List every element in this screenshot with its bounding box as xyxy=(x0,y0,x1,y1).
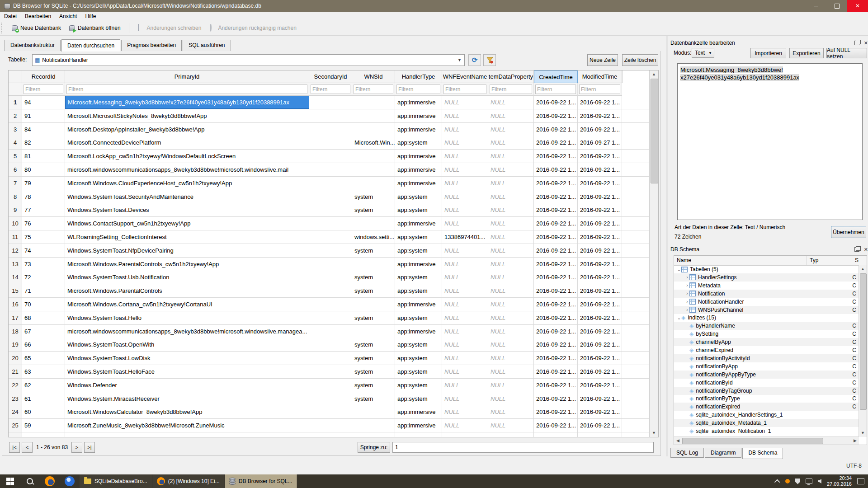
cell[interactable]: 13386974401... xyxy=(442,230,488,244)
cell[interactable]: NULL xyxy=(442,203,488,216)
cell[interactable]: Windows.SystemToast.Hello xyxy=(65,311,309,324)
cell[interactable]: app:immersive xyxy=(395,298,442,311)
schema-tree-item[interactable]: ◈channelByAppC xyxy=(674,338,859,346)
schema-tree-item[interactable]: ›NotificationHandlerC xyxy=(674,298,859,306)
cell[interactable]: Microsoft.WindowsCalculator_8wekyb3d8bbw… xyxy=(65,405,309,418)
cell[interactable] xyxy=(309,338,352,351)
schema-tree-item[interactable]: ›HandlerSettingsC xyxy=(674,273,859,282)
new-database-button[interactable]: + Neue Datenbank xyxy=(7,23,65,33)
cell[interactable]: Windows.SystemToast.OpenWith xyxy=(65,338,309,351)
cell[interactable]: app:immersive xyxy=(395,432,442,437)
cell-value-editor[interactable]: Microsoft.Messaging_8wekyb3d8bbwe! x27e2… xyxy=(677,63,863,220)
scroll-thumb[interactable] xyxy=(651,79,658,183)
cell[interactable] xyxy=(309,244,352,257)
cell[interactable]: Microsoft.LockApp_cw5n1h2txyewy!WindowsD… xyxy=(65,150,309,163)
cell[interactable]: 2016-09-22 1... xyxy=(578,271,622,284)
cell[interactable]: Windows.System.MiracastReceiver xyxy=(65,392,309,405)
cell[interactable]: 2016-09-22 1... xyxy=(534,379,578,392)
cell[interactable]: 71 xyxy=(22,284,65,297)
tray-notification-dot-icon[interactable] xyxy=(785,479,790,483)
cell[interactable]: app:system xyxy=(395,244,442,257)
cell[interactable]: 2016-09-22 1... xyxy=(534,271,578,284)
cell[interactable]: NULL xyxy=(488,258,534,271)
cell[interactable]: 2016-09-22 1... xyxy=(534,203,578,216)
row-header[interactable]: 7 xyxy=(9,177,22,190)
cell[interactable]: NULL xyxy=(488,190,534,203)
dock-close-icon[interactable]: ✕ xyxy=(864,247,868,253)
row-header[interactable]: 19 xyxy=(9,338,22,351)
row-header[interactable]: 2 xyxy=(9,109,22,122)
schema-tree-item[interactable]: ›WNSPushChannelC xyxy=(674,306,859,314)
cell[interactable]: 2016-09-22 1... xyxy=(578,352,622,365)
cell[interactable]: NULL xyxy=(488,163,534,176)
cell[interactable]: 2016-09-22 1... xyxy=(534,150,578,163)
row-header[interactable]: 10 xyxy=(9,217,22,230)
table-select[interactable]: ▦ NotificationHandler ▼ xyxy=(32,54,465,66)
cell[interactable]: Microsoft.Windows.ParentalControls xyxy=(65,284,309,297)
cell[interactable] xyxy=(309,379,352,392)
cell[interactable]: 77 xyxy=(22,203,65,216)
cell[interactable]: 81 xyxy=(22,150,65,163)
new-record-button[interactable]: Neue Zeile xyxy=(587,54,618,66)
row-header[interactable]: 14 xyxy=(9,271,22,284)
cell[interactable]: Windows.ContactSupport_cw5n1h2txyewy!App xyxy=(65,217,309,230)
cell[interactable]: Microsoft.Windows.Cortana_cw5n1h2txyewy!… xyxy=(65,298,309,311)
scroll-up-icon[interactable]: ▲ xyxy=(859,265,867,273)
first-page-button[interactable]: |< xyxy=(9,442,20,453)
cell[interactable] xyxy=(352,405,395,418)
schema-tree-item[interactable]: ›NotificationC xyxy=(674,290,859,298)
tab-sql-log[interactable]: SQL-Log xyxy=(670,448,704,458)
cell[interactable] xyxy=(309,432,352,437)
cell[interactable]: 2016-09-22 1... xyxy=(578,365,622,378)
grid-vertical-scrollbar[interactable]: ▲ ▼ xyxy=(649,70,658,437)
column-name[interactable]: Name xyxy=(674,256,807,265)
row-header[interactable]: 25 xyxy=(9,419,22,432)
cell[interactable]: 68 xyxy=(22,311,65,324)
cell[interactable]: NULL xyxy=(488,405,534,418)
cell[interactable]: NULL xyxy=(488,150,534,163)
cell[interactable]: 73 xyxy=(22,258,65,271)
cell[interactable]: NULL xyxy=(488,432,534,437)
panel-splitter[interactable] xyxy=(666,36,668,456)
cell[interactable]: NULL xyxy=(442,258,488,271)
cell[interactable] xyxy=(352,96,395,109)
cell[interactable] xyxy=(309,392,352,405)
cell[interactable]: NULL xyxy=(442,405,488,418)
cell[interactable] xyxy=(309,230,352,244)
column-header-SecondaryId[interactable]: SecondaryId xyxy=(309,70,352,83)
cell[interactable]: 76 xyxy=(22,217,65,230)
cell[interactable] xyxy=(309,419,352,432)
cell[interactable]: NULL xyxy=(442,311,488,324)
cell[interactable]: 2016-09-22 1... xyxy=(578,109,622,122)
mode-select[interactable]: Text ▼ xyxy=(692,48,714,58)
cell[interactable]: NULL xyxy=(488,217,534,230)
cell[interactable] xyxy=(309,109,352,122)
cell[interactable]: 2016-09-22 1... xyxy=(534,405,578,418)
cell[interactable]: NULL xyxy=(442,392,488,405)
cell[interactable]: NULL xyxy=(488,123,534,136)
row-header[interactable]: 15 xyxy=(9,284,22,297)
cell[interactable]: NULL xyxy=(442,163,488,176)
cell[interactable]: 2016-09-22 1... xyxy=(578,392,622,405)
cell[interactable]: NULL xyxy=(488,109,534,122)
scroll-thumb[interactable] xyxy=(682,438,823,444)
row-header[interactable]: 20 xyxy=(9,352,22,365)
cell[interactable] xyxy=(309,258,352,271)
cell[interactable]: 2016-09-22 1... xyxy=(534,244,578,257)
schema-tree-item[interactable]: ◈notificationByTagGroupC xyxy=(674,387,859,395)
cell[interactable]: 78 xyxy=(22,190,65,203)
chevron-collapsed-icon[interactable]: › xyxy=(685,299,689,304)
scroll-up-icon[interactable]: ▲ xyxy=(650,70,658,78)
cell[interactable] xyxy=(352,217,395,230)
row-header[interactable]: 18 xyxy=(9,325,22,338)
cell[interactable]: 80 xyxy=(22,163,65,176)
cell[interactable]: 2016-09-22 1... xyxy=(534,365,578,378)
selected-cell[interactable]: Microsoft.Messaging_8wekyb3d8bbwe!x27e26… xyxy=(65,96,309,109)
cell[interactable]: NULL xyxy=(488,177,534,190)
cell[interactable]: Microsoft.MicrosoftStickyNotes_8wekyb3d8… xyxy=(65,109,309,122)
clear-filters-button[interactable] xyxy=(483,54,496,66)
cell[interactable] xyxy=(309,352,352,365)
column-schema[interactable]: S xyxy=(852,256,867,265)
cell[interactable]: 59 xyxy=(22,419,65,432)
schema-tree-item[interactable]: ◈bySettingC xyxy=(674,330,859,338)
